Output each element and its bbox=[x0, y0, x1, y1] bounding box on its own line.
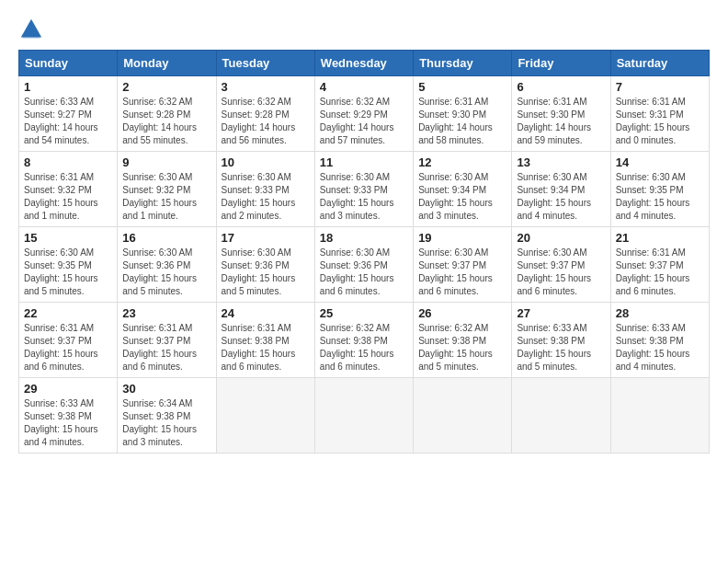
header bbox=[18, 17, 710, 42]
calendar-cell: 8 Sunrise: 6:31 AMSunset: 9:32 PMDayligh… bbox=[19, 152, 118, 227]
day-info: Sunrise: 6:30 AMSunset: 9:37 PMDaylight:… bbox=[418, 247, 506, 298]
week-row-4: 15 Sunrise: 6:30 AMSunset: 9:35 PMDaylig… bbox=[19, 227, 710, 303]
day-info: Sunrise: 6:30 AMSunset: 9:32 PMDaylight:… bbox=[122, 171, 210, 223]
day-number: 7 bbox=[616, 80, 704, 94]
calendar-header-row: SundayMondayTuesdayWednesdayThursdayFrid… bbox=[19, 51, 710, 76]
day-header-thursday: Thursday bbox=[414, 51, 512, 76]
day-info: Sunrise: 6:33 AMSunset: 9:38 PMDaylight:… bbox=[24, 397, 112, 449]
calendar-cell: 9 Sunrise: 6:30 AMSunset: 9:32 PMDayligh… bbox=[118, 152, 216, 227]
calendar-cell: 15 Sunrise: 6:30 AMSunset: 9:35 PMDaylig… bbox=[19, 227, 118, 303]
day-info: Sunrise: 6:30 AMSunset: 9:36 PMDaylight:… bbox=[222, 247, 310, 298]
calendar-cell: 16 Sunrise: 6:30 AMSunset: 9:36 PMDaylig… bbox=[118, 227, 216, 303]
week-row-6: 29 Sunrise: 6:33 AMSunset: 9:38 PMDaylig… bbox=[19, 378, 710, 454]
day-info: Sunrise: 6:32 AMSunset: 9:28 PMDaylight:… bbox=[122, 96, 210, 147]
day-info: Sunrise: 6:31 AMSunset: 9:31 PMDaylight:… bbox=[616, 96, 704, 147]
calendar-cell: 22 Sunrise: 6:31 AMSunset: 9:37 PMDaylig… bbox=[19, 303, 118, 378]
calendar-cell: 18 Sunrise: 6:30 AMSunset: 9:36 PMDaylig… bbox=[314, 227, 413, 303]
calendar-cell: 17 Sunrise: 6:30 AMSunset: 9:36 PMDaylig… bbox=[216, 227, 314, 303]
day-info: Sunrise: 6:31 AMSunset: 9:32 PMDaylight:… bbox=[24, 171, 112, 223]
day-info: Sunrise: 6:31 AMSunset: 9:30 PMDaylight:… bbox=[418, 96, 506, 147]
calendar-cell: 7 Sunrise: 6:31 AMSunset: 9:31 PMDayligh… bbox=[610, 76, 709, 152]
day-info: Sunrise: 6:30 AMSunset: 9:37 PMDaylight:… bbox=[517, 247, 605, 298]
day-info: Sunrise: 6:30 AMSunset: 9:36 PMDaylight:… bbox=[320, 247, 408, 298]
calendar-cell: 19 Sunrise: 6:30 AMSunset: 9:37 PMDaylig… bbox=[414, 227, 512, 303]
day-header-friday: Friday bbox=[512, 51, 610, 76]
day-number: 29 bbox=[24, 382, 112, 396]
day-info: Sunrise: 6:30 AMSunset: 9:35 PMDaylight:… bbox=[24, 247, 112, 298]
calendar-cell: 1 Sunrise: 6:33 AMSunset: 9:27 PMDayligh… bbox=[19, 76, 118, 152]
day-info: Sunrise: 6:31 AMSunset: 9:30 PMDaylight:… bbox=[517, 96, 605, 147]
calendar-cell: 26 Sunrise: 6:32 AMSunset: 9:38 PMDaylig… bbox=[414, 303, 512, 378]
day-info: Sunrise: 6:33 AMSunset: 9:38 PMDaylight:… bbox=[616, 322, 704, 373]
calendar-cell bbox=[414, 378, 512, 454]
day-number: 5 bbox=[418, 80, 506, 94]
day-number: 12 bbox=[418, 155, 506, 169]
day-info: Sunrise: 6:32 AMSunset: 9:38 PMDaylight:… bbox=[418, 322, 506, 373]
day-number: 30 bbox=[122, 382, 210, 396]
calendar-cell: 3 Sunrise: 6:32 AMSunset: 9:28 PMDayligh… bbox=[216, 76, 314, 152]
day-number: 11 bbox=[320, 155, 408, 169]
day-number: 9 bbox=[122, 155, 210, 169]
day-number: 16 bbox=[122, 231, 210, 245]
day-info: Sunrise: 6:32 AMSunset: 9:29 PMDaylight:… bbox=[320, 96, 408, 147]
calendar-cell: 2 Sunrise: 6:32 AMSunset: 9:28 PMDayligh… bbox=[118, 76, 216, 152]
calendar-cell: 12 Sunrise: 6:30 AMSunset: 9:34 PMDaylig… bbox=[414, 152, 512, 227]
day-number: 8 bbox=[24, 155, 112, 169]
calendar-cell: 28 Sunrise: 6:33 AMSunset: 9:38 PMDaylig… bbox=[610, 303, 709, 378]
day-info: Sunrise: 6:30 AMSunset: 9:36 PMDaylight:… bbox=[122, 247, 210, 298]
day-info: Sunrise: 6:33 AMSunset: 9:38 PMDaylight:… bbox=[517, 322, 605, 373]
day-number: 1 bbox=[24, 80, 112, 94]
day-info: Sunrise: 6:30 AMSunset: 9:33 PMDaylight:… bbox=[320, 171, 408, 223]
logo bbox=[18, 17, 48, 42]
day-info: Sunrise: 6:34 AMSunset: 9:38 PMDaylight:… bbox=[122, 397, 210, 449]
day-info: Sunrise: 6:30 AMSunset: 9:34 PMDaylight:… bbox=[517, 171, 605, 223]
day-number: 3 bbox=[222, 80, 310, 94]
calendar-cell bbox=[610, 378, 709, 454]
day-number: 24 bbox=[222, 306, 310, 320]
calendar-cell bbox=[216, 378, 314, 454]
calendar-cell: 11 Sunrise: 6:30 AMSunset: 9:33 PMDaylig… bbox=[314, 152, 413, 227]
day-number: 25 bbox=[320, 306, 408, 320]
day-info: Sunrise: 6:31 AMSunset: 9:38 PMDaylight:… bbox=[222, 322, 310, 373]
day-info: Sunrise: 6:31 AMSunset: 9:37 PMDaylight:… bbox=[122, 322, 210, 373]
day-number: 18 bbox=[320, 231, 408, 245]
week-row-5: 22 Sunrise: 6:31 AMSunset: 9:37 PMDaylig… bbox=[19, 303, 710, 378]
calendar-cell: 23 Sunrise: 6:31 AMSunset: 9:37 PMDaylig… bbox=[118, 303, 216, 378]
day-number: 22 bbox=[24, 306, 112, 320]
calendar-cell: 30 Sunrise: 6:34 AMSunset: 9:38 PMDaylig… bbox=[118, 378, 216, 454]
day-number: 27 bbox=[517, 306, 605, 320]
day-number: 23 bbox=[122, 306, 210, 320]
day-number: 17 bbox=[222, 231, 310, 245]
calendar-cell: 27 Sunrise: 6:33 AMSunset: 9:38 PMDaylig… bbox=[512, 303, 610, 378]
day-info: Sunrise: 6:30 AMSunset: 9:33 PMDaylight:… bbox=[222, 171, 310, 223]
day-header-wednesday: Wednesday bbox=[314, 51, 413, 76]
calendar-cell: 5 Sunrise: 6:31 AMSunset: 9:30 PMDayligh… bbox=[414, 76, 512, 152]
day-number: 4 bbox=[320, 80, 408, 94]
calendar-cell: 21 Sunrise: 6:31 AMSunset: 9:37 PMDaylig… bbox=[610, 227, 709, 303]
calendar-table: SundayMondayTuesdayWednesdayThursdayFrid… bbox=[18, 50, 710, 454]
calendar-cell bbox=[512, 378, 610, 454]
day-number: 6 bbox=[517, 80, 605, 94]
day-number: 15 bbox=[24, 231, 112, 245]
calendar-cell: 25 Sunrise: 6:32 AMSunset: 9:38 PMDaylig… bbox=[314, 303, 413, 378]
day-number: 19 bbox=[418, 231, 506, 245]
day-header-saturday: Saturday bbox=[610, 51, 709, 76]
day-number: 2 bbox=[122, 80, 210, 94]
day-info: Sunrise: 6:30 AMSunset: 9:34 PMDaylight:… bbox=[418, 171, 506, 223]
day-number: 13 bbox=[517, 155, 605, 169]
day-info: Sunrise: 6:31 AMSunset: 9:37 PMDaylight:… bbox=[24, 322, 112, 373]
day-number: 14 bbox=[616, 155, 704, 169]
day-header-tuesday: Tuesday bbox=[216, 51, 314, 76]
calendar-cell bbox=[314, 378, 413, 454]
calendar-cell: 13 Sunrise: 6:30 AMSunset: 9:34 PMDaylig… bbox=[512, 152, 610, 227]
day-info: Sunrise: 6:31 AMSunset: 9:37 PMDaylight:… bbox=[616, 247, 704, 298]
day-number: 10 bbox=[222, 155, 310, 169]
calendar-cell: 10 Sunrise: 6:30 AMSunset: 9:33 PMDaylig… bbox=[216, 152, 314, 227]
calendar-cell: 4 Sunrise: 6:32 AMSunset: 9:29 PMDayligh… bbox=[314, 76, 413, 152]
day-header-monday: Monday bbox=[118, 51, 216, 76]
day-number: 26 bbox=[418, 306, 506, 320]
calendar-cell: 14 Sunrise: 6:30 AMSunset: 9:35 PMDaylig… bbox=[610, 152, 709, 227]
day-header-sunday: Sunday bbox=[19, 51, 118, 76]
day-info: Sunrise: 6:30 AMSunset: 9:35 PMDaylight:… bbox=[616, 171, 704, 223]
day-number: 20 bbox=[517, 231, 605, 245]
